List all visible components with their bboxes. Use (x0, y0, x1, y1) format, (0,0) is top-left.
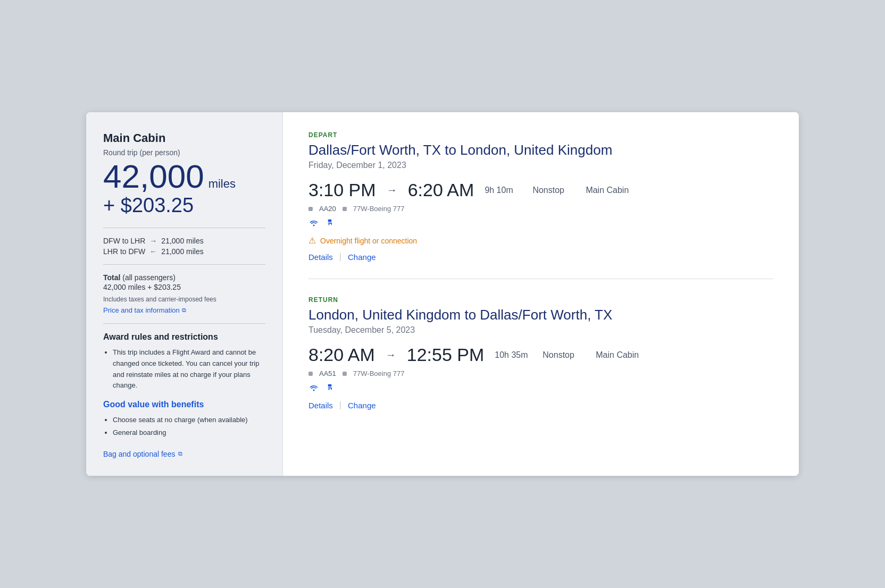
bag-fees-link[interactable]: Bag and optional fees ⧉ (103, 450, 182, 458)
award-list: This trip includes a Flight Award and ca… (103, 347, 265, 391)
return-route-title: London, United Kingdom to Dallas/Fort Wo… (308, 307, 773, 323)
benefit-item-2: General boarding (113, 426, 265, 439)
return-flight-info: AA51 77W-Boeing 777 (308, 369, 773, 377)
depart-flight-num: AA20 (319, 205, 336, 213)
svg-rect-3 (328, 224, 330, 225)
svg-rect-6 (331, 388, 332, 390)
depart-cabin: Main Cabin (586, 186, 629, 195)
return-cabin: Main Cabin (596, 350, 639, 360)
warning-triangle-icon: ⚠ (308, 236, 316, 246)
svg-rect-7 (328, 389, 330, 390)
benefits-list: Choose seats at no charge (when availabl… (103, 414, 265, 439)
depart-aircraft: 77W-Boeing 777 (353, 205, 405, 213)
depart-arrow-icon: → (387, 184, 397, 196)
bag-fees-external-icon: ⧉ (178, 450, 182, 457)
return-dot-2 (343, 372, 347, 376)
depart-route-title: Dallas/Fort Worth, TX to London, United … (308, 142, 773, 158)
return-dot (308, 372, 313, 376)
round-trip-label: Round trip (per person) (103, 148, 265, 157)
return-aircraft: 77W-Boeing 777 (353, 369, 405, 377)
return-arrow-icon: → (386, 349, 396, 361)
depart-amenities (308, 218, 773, 229)
return-details-link[interactable]: Details (308, 401, 333, 410)
depart-link-divider: | (339, 252, 341, 262)
depart-stops: Nonstop (532, 186, 575, 195)
route-row-2: LHR to DFW ← 21,000 miles (103, 247, 265, 256)
total-label: Total (all passengers) (103, 273, 265, 282)
depart-action-links: Details | Change (308, 252, 773, 262)
return-link-divider: | (339, 400, 341, 410)
route-from-2: LHR to DFW (103, 247, 145, 256)
divider-2 (103, 264, 265, 265)
depart-time-arrive: 6:20 AM (408, 180, 474, 200)
depart-change-link[interactable]: Change (348, 253, 376, 262)
return-stops: Nonstop (542, 350, 585, 360)
miles-row: 42,000 miles (103, 160, 265, 193)
external-link-icon: ⧉ (182, 307, 186, 314)
divider-3 (103, 323, 265, 324)
depart-time-depart: 3:10 PM (308, 180, 376, 200)
return-time-arrive: 12:55 PM (407, 345, 485, 365)
svg-rect-4 (328, 384, 332, 387)
route-arrow-1: → (149, 237, 157, 245)
price-tax-link[interactable]: Price and tax information ⧉ (103, 306, 186, 314)
section-divider (308, 279, 773, 279)
depart-flight-info: AA20 77W-Boeing 777 (308, 205, 773, 213)
route-from-1: DFW to LHR (103, 237, 145, 245)
total-section: Total (all passengers) 42,000 miles + $2… (103, 273, 265, 291)
svg-rect-2 (331, 223, 332, 225)
return-direction-label: RETURN (308, 296, 773, 304)
overnight-text: Overnight flight or connection (320, 237, 417, 245)
depart-duration: 9h 10m (485, 186, 522, 195)
depart-dot (308, 207, 313, 211)
return-change-link[interactable]: Change (348, 401, 376, 410)
award-rules-title: Award rules and restrictions (103, 332, 265, 342)
svg-rect-0 (328, 220, 332, 222)
route-table: DFW to LHR → 21,000 miles LHR to DFW ← 2… (103, 237, 265, 256)
route-arrow-2: ← (149, 247, 157, 256)
return-date: Tuesday, December 5, 2023 (308, 325, 773, 335)
return-flight-num: AA51 (319, 369, 336, 377)
return-seat-icon (325, 383, 336, 394)
svg-rect-1 (328, 223, 332, 224)
divider-1 (103, 228, 265, 228)
return-section: RETURN London, United Kingdom to Dallas/… (308, 296, 773, 410)
return-time-depart: 8:20 AM (308, 345, 375, 365)
route-miles-1: 21,000 miles (161, 237, 203, 245)
route-row-1: DFW to LHR → 21,000 miles (103, 237, 265, 245)
right-panel: DEPART Dallas/Fort Worth, TX to London, … (283, 112, 799, 476)
depart-date: Friday, December 1, 2023 (308, 161, 773, 170)
good-value-title: Good value with benefits (103, 400, 265, 409)
miles-label: miles (208, 177, 236, 191)
route-miles-2: 21,000 miles (161, 247, 203, 256)
depart-section: DEPART Dallas/Fort Worth, TX to London, … (308, 131, 773, 262)
return-action-links: Details | Change (308, 400, 773, 410)
left-panel: Main Cabin Round trip (per person) 42,00… (86, 112, 283, 476)
return-amenities (308, 383, 773, 394)
depart-times-row: 3:10 PM → 6:20 AM 9h 10m Nonstop Main Ca… (308, 180, 773, 200)
depart-details-link[interactable]: Details (308, 253, 333, 262)
miles-number: 42,000 (103, 160, 204, 193)
svg-rect-5 (328, 388, 332, 389)
main-card: Main Cabin Round trip (per person) 42,00… (86, 112, 799, 476)
depart-wifi-icon (308, 218, 319, 229)
return-wifi-icon (308, 383, 319, 394)
return-times-row: 8:20 AM → 12:55 PM 10h 35m Nonstop Main … (308, 345, 773, 365)
cabin-title: Main Cabin (103, 131, 265, 145)
total-value: 42,000 miles + $203.25 (103, 283, 265, 291)
benefit-item-1: Choose seats at no charge (when availabl… (113, 414, 265, 426)
cash-amount: + $203.25 (103, 194, 265, 217)
depart-direction-label: DEPART (308, 131, 773, 139)
overnight-warning: ⚠ Overnight flight or connection (308, 236, 773, 246)
return-duration: 10h 35m (495, 350, 532, 360)
depart-dot-2 (343, 207, 347, 211)
depart-seat-icon (325, 218, 336, 229)
tax-note: Includes taxes and carrier-imposed fees (103, 296, 265, 303)
award-list-item-1: This trip includes a Flight Award and ca… (113, 347, 265, 391)
